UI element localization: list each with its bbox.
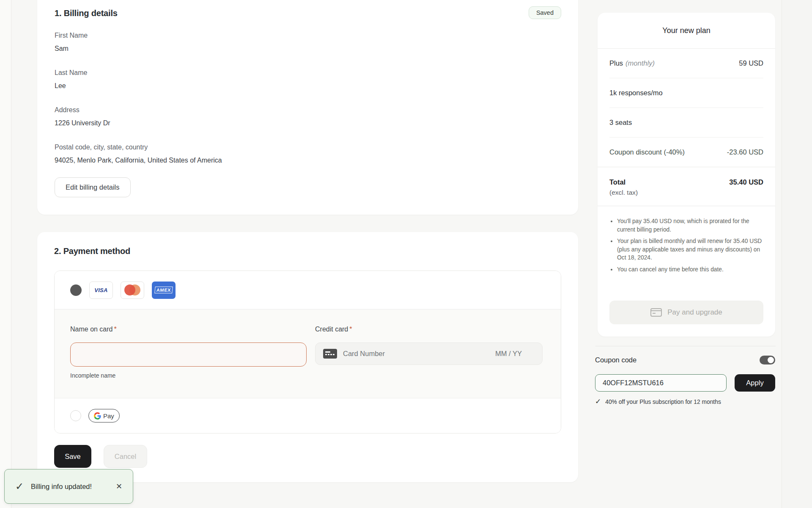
visa-icon: VISA (89, 282, 113, 299)
first-name-field: First Name Sam (55, 31, 561, 53)
amex-label: AMEX (154, 287, 173, 293)
first-name-value: Sam (55, 44, 561, 53)
postal-field: Postal code, city, state, country 94025,… (55, 143, 561, 165)
payment-options-box: VISA AMEX Name on card* Incomplete name … (54, 271, 561, 433)
name-on-card-label-text: Name on card (70, 326, 113, 333)
coupon-section: Coupon code Apply ✓ 40% off your Plus su… (595, 356, 775, 406)
required-asterisk: * (349, 326, 352, 333)
credit-card-label-text: Credit card (315, 326, 348, 333)
coupon-code-label: Coupon code (595, 356, 636, 364)
credit-card-column: Credit card* (315, 325, 543, 398)
card-outline-icon (650, 308, 662, 317)
plan-title: Your new plan (598, 13, 775, 49)
plan-row-label: Plus(monthly) (609, 59, 655, 67)
gpay-radio[interactable] (70, 410, 81, 421)
success-check-icon: ✓ (15, 480, 24, 492)
billing-fields: First Name Sam Last Name Lee Address 122… (55, 31, 561, 165)
edit-billing-details-button[interactable]: Edit billing details (55, 177, 131, 197)
close-icon[interactable]: ✕ (116, 482, 122, 491)
checkout-page: 1. Billing details Saved First Name Sam … (0, 0, 812, 508)
mastercard-icon (121, 282, 144, 299)
credit-card-radio[interactable] (70, 284, 82, 296)
plan-row-label: Coupon discount (-40%) (609, 148, 685, 156)
plan-total: Total (excl. tax) 35.40 USD (598, 167, 775, 206)
address-value: 1226 University Dr (55, 119, 561, 128)
gpay-button[interactable]: Pay (88, 409, 120, 422)
last-name-label: Last Name (55, 68, 561, 77)
name-on-card-label: Name on card* (70, 325, 307, 334)
coupon-applied-note: ✓ 40% off your Plus subscription for 12 … (595, 398, 775, 406)
plan-note: Your plan is billed monthly and will ren… (617, 237, 763, 262)
plan-row-responses: 1k responses/mo (609, 78, 763, 108)
amex-icon: AMEX (152, 282, 176, 299)
plan-summary-card: Your new plan Plus(monthly) 59 USD 1k re… (598, 13, 775, 337)
total-value: 35.40 USD (729, 178, 763, 196)
coupon-toggle[interactable] (760, 356, 775, 364)
pay-and-upgrade-button[interactable]: Pay and upgrade (609, 301, 763, 324)
postal-value: 94025, Menlo Park, California, United St… (55, 156, 561, 165)
coupon-header: Coupon code (595, 356, 775, 364)
plan-note: You can cancel any time before this date… (617, 265, 763, 274)
plan-row-label: 1k responses/mo (609, 89, 663, 97)
toggle-knob (768, 357, 774, 363)
billing-details-card: 1. Billing details Saved First Name Sam … (37, 0, 578, 215)
credit-card-input-group (315, 342, 543, 365)
name-on-card-input[interactable] (70, 342, 307, 367)
total-sublabel: (excl. tax) (609, 189, 638, 196)
mastercard-circles (124, 284, 140, 295)
pay-and-upgrade-label: Pay and upgrade (667, 308, 722, 317)
address-field: Address 1226 University Dr (55, 105, 561, 128)
plan-row-seats: 3 seats (609, 108, 763, 138)
plan-rows: Plus(monthly) 59 USD 1k responses/mo 3 s… (598, 49, 775, 167)
address-label: Address (55, 105, 561, 115)
save-button[interactable]: Save (54, 445, 91, 468)
gpay-label: Pay (103, 412, 114, 420)
plan-row-value: 59 USD (739, 59, 763, 67)
required-asterisk: * (114, 326, 117, 333)
payment-method-card: 2. Payment method VISA AMEX Name on card… (37, 232, 578, 482)
payment-heading: 2. Payment method (54, 246, 561, 256)
right-panel-edge (782, 0, 812, 508)
card-expiry-input[interactable] (492, 350, 535, 358)
google-g-icon (94, 412, 101, 420)
billing-heading: 1. Billing details (55, 8, 118, 18)
apply-coupon-button[interactable]: Apply (735, 374, 775, 392)
credit-card-icon (323, 349, 337, 359)
cancel-button[interactable]: Cancel (104, 445, 147, 468)
card-brands-row: VISA AMEX (55, 271, 561, 309)
divider (595, 346, 776, 346)
saved-badge: Saved (529, 6, 561, 19)
plan-row-coupon-discount: Coupon discount (-40%) -23.60 USD (609, 138, 763, 167)
first-name-label: First Name (55, 31, 561, 40)
toast-message: Billing info updated! (31, 483, 92, 491)
left-panel-edge (0, 0, 11, 508)
coupon-input-row: Apply (595, 374, 775, 392)
name-on-card-column: Name on card* Incomplete name (70, 325, 307, 398)
postal-label: Postal code, city, state, country (55, 143, 561, 152)
total-labels: Total (excl. tax) (609, 178, 638, 196)
coupon-code-input[interactable] (595, 374, 727, 392)
plan-row-value: -23.60 USD (727, 148, 763, 156)
name-error-text: Incomplete name (70, 372, 307, 379)
coupon-note-text: 40% off your Plus subscription for 12 mo… (605, 398, 732, 406)
check-icon: ✓ (595, 398, 601, 406)
total-label: Total (609, 178, 638, 186)
credit-card-label: Credit card* (315, 325, 543, 334)
last-name-field: Last Name Lee (55, 68, 561, 91)
form-actions: Save Cancel (54, 445, 561, 468)
plan-notes: You'll pay 35.40 USD now, which is prora… (598, 206, 775, 273)
success-toast: ✓ Billing info updated! ✕ (4, 469, 133, 504)
plan-row-label: 3 seats (609, 119, 632, 127)
plan-note: You'll pay 35.40 USD now, which is prora… (617, 217, 763, 234)
visa-label: VISA (94, 287, 108, 293)
card-form-row: Name on card* Incomplete name Credit car… (55, 309, 561, 398)
last-name-value: Lee (55, 81, 561, 91)
plan-billing-cycle: (monthly) (625, 59, 655, 67)
gpay-row: Pay (55, 398, 561, 433)
plan-row-plus: Plus(monthly) 59 USD (609, 49, 763, 78)
billing-header: 1. Billing details Saved (55, 8, 561, 19)
card-number-input[interactable] (343, 350, 486, 358)
